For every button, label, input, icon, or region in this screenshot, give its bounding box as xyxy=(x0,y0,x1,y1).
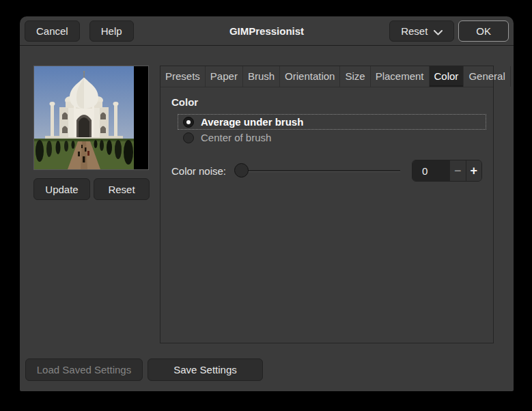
radio-selected-icon[interactable] xyxy=(183,117,194,128)
color-panel: Color Average under brush Center of brus… xyxy=(160,87,493,190)
radio-unselected-icon[interactable] xyxy=(183,132,194,143)
radio-label-average-under-brush: Average under brush xyxy=(201,116,303,128)
tab-presets[interactable]: Presets xyxy=(160,66,206,87)
color-noise-spinbox: 0 − + xyxy=(412,160,482,182)
tab-brush[interactable]: Brush xyxy=(243,66,280,87)
ok-button[interactable]: OK xyxy=(458,20,509,42)
color-noise-label: Color noise: xyxy=(171,165,226,177)
color-noise-value-field[interactable]: 0 xyxy=(412,160,449,181)
radio-row-center-of-brush[interactable]: Center of brush xyxy=(178,130,486,145)
radio-row-average-under-brush[interactable]: Average under brush xyxy=(178,114,486,130)
tab-bar: Presets Paper Brush Orientation Size Pla… xyxy=(160,66,493,87)
color-source-radio-group: Average under brush Center of brush xyxy=(178,114,482,145)
cancel-button[interactable]: Cancel xyxy=(25,20,80,42)
slider-track[interactable] xyxy=(236,170,400,171)
radio-dot xyxy=(186,120,191,124)
tab-size[interactable]: Size xyxy=(340,66,370,87)
color-noise-slider[interactable] xyxy=(234,162,400,179)
help-button[interactable]: Help xyxy=(89,20,134,42)
settings-notebook: Presets Paper Brush Orientation Size Pla… xyxy=(160,66,494,343)
reset-dropdown-label: Reset xyxy=(401,25,428,37)
titlebar-right: Reset OK xyxy=(389,20,509,42)
update-button[interactable]: Update xyxy=(33,178,90,200)
preview-image-taj-mahal xyxy=(34,66,134,169)
chevron-down-icon xyxy=(434,26,443,38)
reset-dropdown-button[interactable]: Reset xyxy=(389,20,454,42)
titlebar: Cancel Help GIMPressionist Reset OK xyxy=(20,16,514,46)
tab-general[interactable]: General xyxy=(464,66,510,87)
color-section-heading: Color xyxy=(171,96,482,108)
window-title: GIMPressionist xyxy=(229,25,304,37)
color-noise-row: Color noise: 0 − + xyxy=(171,160,482,182)
tab-color[interactable]: Color xyxy=(430,66,464,87)
save-settings-button[interactable]: Save Settings xyxy=(148,358,263,381)
slider-handle[interactable] xyxy=(234,163,249,178)
tab-paper[interactable]: Paper xyxy=(206,66,243,87)
tab-placement[interactable]: Placement xyxy=(371,66,430,87)
preview-frame xyxy=(33,66,149,170)
plus-icon: + xyxy=(471,164,478,178)
tab-orientation[interactable]: Orientation xyxy=(280,66,340,87)
decrement-button[interactable]: − xyxy=(449,160,465,181)
increment-button[interactable]: + xyxy=(466,160,481,181)
radio-label-center-of-brush: Center of brush xyxy=(201,132,271,143)
gimpressionist-dialog: Cancel Help GIMPressionist Reset OK xyxy=(20,16,514,391)
load-saved-settings-button[interactable]: Load Saved Settings xyxy=(25,358,143,381)
minus-icon: − xyxy=(454,164,462,178)
titlebar-left: Cancel Help xyxy=(25,20,134,42)
preview-reset-button[interactable]: Reset xyxy=(94,178,150,200)
